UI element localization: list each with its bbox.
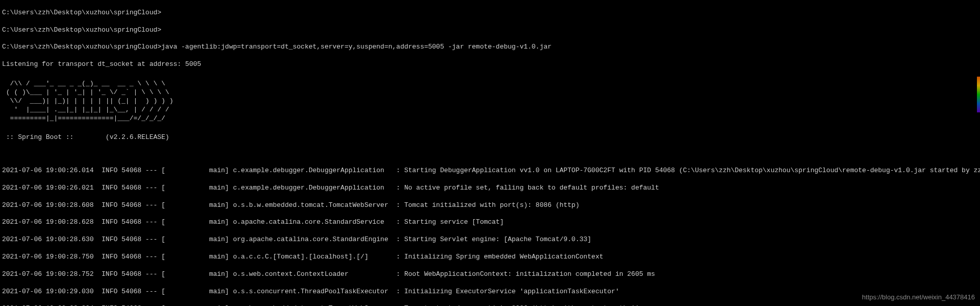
prompt-line: C:\Users\zzh\Desktop\xuzhou\springCloud> (2, 9, 978, 17)
log-line: 2021-07-06 19:00:26.014 INFO 54068 --- [… (2, 167, 978, 175)
scrollbar-indicator[interactable] (977, 77, 980, 112)
log-line: 2021-07-06 19:00:26.021 INFO 54068 --- [… (2, 184, 978, 193)
log-line: 2021-07-06 19:00:28.628 INFO 54068 --- [… (2, 218, 978, 227)
log-line: 2021-07-06 19:00:28.752 INFO 54068 --- [… (2, 270, 978, 279)
watermark-text: https://blog.csdn.net/weixin_44378416 (862, 293, 975, 302)
log-line: 2021-07-06 19:00:28.630 INFO 54068 --- [… (2, 236, 978, 244)
listening-line: Listening for transport dt_socket at add… (2, 60, 978, 69)
spring-banner: /\\ / ___'_ __ _ _(_)_ __ __ _ \ \ \ \ (… (2, 80, 978, 123)
log-line: 2021-07-06 19:00:28.608 INFO 54068 --- [… (2, 201, 978, 210)
log-line: 2021-07-06 19:00:28.750 INFO 54068 --- [… (2, 253, 978, 262)
terminal-output[interactable]: C:\Users\zzh\Desktop\xuzhou\springCloud>… (0, 0, 980, 306)
prompt-line: C:\Users\zzh\Desktop\xuzhou\springCloud> (2, 26, 978, 35)
spring-boot-version: :: Spring Boot :: (v2.2.6.RELEASE) (2, 133, 978, 142)
command-line: C:\Users\zzh\Desktop\xuzhou\springCloud>… (2, 43, 978, 52)
log-line: 2021-07-06 19:00:29.030 INFO 54068 --- [… (2, 288, 978, 296)
